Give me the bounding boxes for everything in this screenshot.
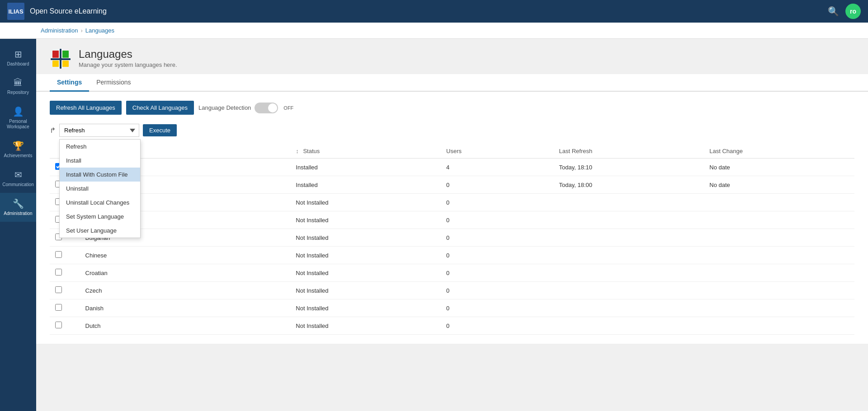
row-checkbox-6[interactable] [55,269,62,276]
sidebar-item-dashboard[interactable]: ⊞ Dashboard [0,43,36,72]
action-dropdown-menu: Refresh Install Install With Custom File… [59,139,141,238]
row-last-refresh-5 [554,247,704,264]
administration-icon: 🔧 [13,198,24,209]
row-checkbox-5[interactable] [55,251,62,258]
row-status-3: Not Installed [290,211,441,229]
breadcrumb-current: Languages [85,27,114,34]
row-last-change-0: No date [704,159,854,176]
row-users-2: 0 [441,194,554,211]
row-last-change-5 [704,247,854,264]
dropdown-item-install-custom[interactable]: Install With Custom File [60,168,140,182]
tab-permissions[interactable]: Permissions [89,74,138,92]
dashboard-icon: ⊞ [14,49,22,60]
user-avatar[interactable]: ro [845,4,861,19]
repository-icon: 🏛 [14,78,23,88]
sidebar-item-achievements[interactable]: 🏆 Achievements [0,135,36,164]
tabs-bar: Settings Permissions [36,74,868,92]
table-row: BulgarianNot Installed0 [50,229,854,247]
page-title-block: Languages Manage your system languages h… [79,48,177,68]
row-last-refresh-6 [554,264,704,282]
select-wrapper: Refresh Install Install With Custom File… [59,124,139,137]
communication-icon: ✉ [14,169,22,180]
main-layout: ⊞ Dashboard 🏛 Repository 👤 Personal Work… [0,39,868,411]
language-detection-toggle[interactable] [255,103,278,113]
top-header: ILIAS Open Source eLearning 🔍 ro [0,0,868,23]
row-users-4: 0 [441,229,554,247]
action-select[interactable]: Refresh Install Install With Custom File… [59,124,139,137]
tab-settings[interactable]: Settings [50,74,89,92]
table-row: CzechNot Installed0 [50,282,854,299]
sidebar-item-personal-workspace[interactable]: 👤 Personal Workspace [0,101,36,135]
toolbar: Refresh All Languages Check All Language… [50,101,854,115]
row-status-1: Installed [290,176,441,194]
row-users-1: 0 [441,176,554,194]
breadcrumb-separator: › [80,27,82,34]
row-last-change-1: No date [704,176,854,194]
sidebar-label-administration: Administration [4,211,32,216]
sidebar-item-communication[interactable]: ✉ Communication [0,164,36,193]
row-status-2: Not Installed [290,194,441,211]
row-last-refresh-3 [554,211,704,229]
breadcrumb: Administration › Languages [0,23,868,39]
dropdown-item-set-user[interactable]: Set User Language [60,224,140,238]
row-checkbox-7[interactable] [55,286,62,293]
row-last-change-9 [704,317,854,335]
row-status-9: Not Installed [290,317,441,335]
row-users-3: 0 [441,211,554,229]
table-row: Installed4Today, 18:10No date [50,159,854,176]
table-header-row: ↕ Status Users Last Refresh Last Change [50,144,854,159]
execute-button[interactable]: Execute [143,124,177,136]
table-row: DutchNot Installed0 [50,317,854,335]
dropdown-item-uninstall-local[interactable]: Uninstall Local Changes [60,196,140,210]
sidebar-item-administration[interactable]: 🔧 Administration [0,193,36,222]
sidebar-label-dashboard: Dashboard [7,61,29,67]
col-status: ↕ Status [290,144,441,159]
dropdown-item-install[interactable]: Install [60,154,140,168]
table-row: Not Installed0 [50,194,854,211]
svg-rect-6 [51,58,71,60]
row-status-4: Not Installed [290,229,441,247]
row-name-7: Czech [80,282,291,299]
table-row: CroatianNot Installed0 [50,264,854,282]
row-last-change-3 [704,211,854,229]
row-last-refresh-2 [554,194,704,211]
header-left: ILIAS Open Source eLearning [7,3,107,20]
dropdown-item-refresh[interactable]: Refresh [60,140,140,154]
search-button[interactable]: 🔍 [828,6,839,17]
language-detection-toggle-container: Language Detection OFF [198,103,293,113]
row-checkbox-9[interactable] [55,322,62,328]
app-logo: ILIAS [7,3,24,20]
row-users-0: 4 [441,159,554,176]
breadcrumb-admin[interactable]: Administration [41,27,78,34]
col-last-change: Last Change [704,144,854,159]
dropdown-item-set-system[interactable]: Set System Language [60,210,140,224]
sidebar: ⊞ Dashboard 🏛 Repository 👤 Personal Work… [0,39,36,411]
main-content: Languages Manage your system languages h… [36,39,868,411]
row-checkbox-8[interactable] [55,304,62,311]
col-last-refresh: Last Refresh [554,144,704,159]
row-last-refresh-0: Today, 18:10 [554,159,704,176]
row-status-8: Not Installed [290,299,441,317]
sidebar-label-communication: Communication [2,182,33,187]
col-users: Users [441,144,554,159]
row-last-change-4 [704,229,854,247]
action-arrow-icon: ↱ [50,126,56,135]
check-all-button[interactable]: Check All Languages [126,101,194,115]
dropdown-item-uninstall[interactable]: Uninstall [60,182,140,196]
row-status-5: Not Installed [290,247,441,264]
page-header: Languages Manage your system languages h… [36,39,868,74]
row-last-change-8 [704,299,854,317]
refresh-all-button[interactable]: Refresh All Languages [50,101,122,115]
toggle-knob [268,103,277,112]
sidebar-item-repository[interactable]: 🏛 Repository [0,72,36,101]
toggle-state-text: OFF [283,105,293,111]
row-users-5: 0 [441,247,554,264]
row-last-refresh-1: Today, 18:00 [554,176,704,194]
header-right: 🔍 ro [828,4,861,19]
table-row: DanishNot Installed0 [50,299,854,317]
language-detection-label: Language Detection [198,104,251,111]
row-status-6: Not Installed [290,264,441,282]
table-row: ArabicNot Installed0 [50,211,854,229]
sidebar-label-achievements: Achievements [4,153,33,159]
table-row: ChineseNot Installed0 [50,247,854,264]
